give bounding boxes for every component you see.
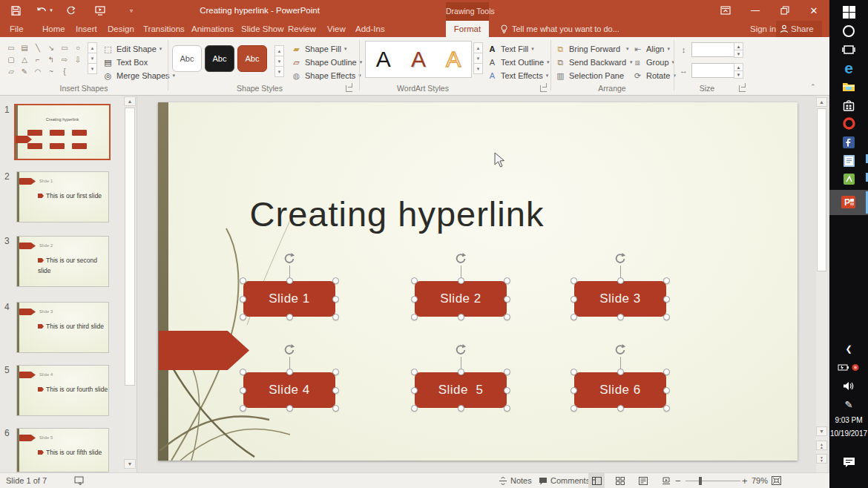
action-center-icon[interactable] <box>829 453 868 472</box>
selection-handle[interactable] <box>240 314 246 320</box>
redo-icon[interactable] <box>64 4 77 17</box>
view-slideshow-button[interactable] <box>662 473 671 488</box>
rotation-handle[interactable] <box>454 343 467 357</box>
shape-slide-5[interactable]: Slide 5 <box>415 372 507 408</box>
slide-thumbnail-5[interactable]: Slide 4 This is our fourth slide <box>16 365 109 416</box>
selection-handle[interactable] <box>286 277 293 284</box>
text-effects-button[interactable]: AText Effects▾ <box>487 70 548 82</box>
panel-scroll-down[interactable]: ▼ <box>124 459 136 469</box>
slide-thumbnail-4[interactable]: Slide 3 This is our third slide <box>16 302 109 353</box>
notes-toggle[interactable]: Notes <box>499 473 532 488</box>
shape-style-tile-3[interactable]: Abc <box>237 45 267 72</box>
selection-handle[interactable] <box>332 296 339 303</box>
zoom-in-button[interactable]: + <box>742 473 748 488</box>
comments-toggle[interactable]: Comments <box>539 473 590 488</box>
green-app-icon[interactable] <box>829 170 868 188</box>
slide-indicator[interactable]: Slide 1 of 7 <box>6 473 47 488</box>
slide-scroll-down[interactable]: ▼ <box>816 426 827 436</box>
zoom-out-button[interactable]: − <box>675 473 681 488</box>
shape-style-tile-2[interactable]: Abc <box>205 45 234 72</box>
tab-transitions[interactable]: Transitions <box>143 21 185 37</box>
minimize-button[interactable]: — <box>744 3 766 18</box>
fit-slide-to-window-button[interactable] <box>772 473 781 488</box>
collapse-ribbon-button[interactable]: ⌃ <box>810 83 816 90</box>
send-backward-button[interactable]: ⧉Send Backward▾ <box>555 56 633 68</box>
wordart-scroll[interactable]: ▲▼▼ <box>473 42 483 73</box>
shape-slide-4[interactable]: Slide 4 <box>243 372 335 408</box>
text-box-button[interactable]: ▤Text Box <box>102 56 148 68</box>
shape-styles-scroll[interactable]: ▲▼▼ <box>274 45 284 76</box>
selection-handle[interactable] <box>332 314 339 320</box>
tab-slide-show[interactable]: Slide Show <box>241 21 284 37</box>
merge-shapes-button[interactable]: ◎Merge Shapes▾ <box>102 70 175 82</box>
task-view-button[interactable] <box>829 40 868 59</box>
edge-icon[interactable]: e <box>829 59 868 77</box>
tab-insert[interactable]: Insert <box>76 21 97 37</box>
previous-slide-button[interactable]: ▲▲ <box>816 441 827 450</box>
restore-button[interactable] <box>774 3 796 18</box>
shape-slide-1[interactable]: Slide 1 <box>243 281 335 317</box>
volume-icon[interactable] <box>829 377 868 395</box>
taskbar-expand-chevron[interactable]: ❮ <box>829 340 868 358</box>
selection-handle[interactable] <box>286 314 293 320</box>
tab-view[interactable]: View <box>327 21 346 37</box>
tab-design[interactable]: Design <box>108 21 134 37</box>
sign-in-link[interactable]: Sign in <box>750 21 776 37</box>
slide-thumbnail-1-selected[interactable]: Creating hyperlink <box>14 104 111 160</box>
slide-thumbnail-2[interactable]: Slide 1 This is our first slide <box>16 171 109 222</box>
selection-handle[interactable] <box>240 277 246 284</box>
file-explorer-icon[interactable] <box>829 77 868 96</box>
tab-home[interactable]: Home <box>42 21 65 37</box>
wordart-dialog-launcher[interactable] <box>540 85 547 92</box>
powerpoint-taskbar-active[interactable]: P <box>829 190 868 215</box>
panel-scroll-up[interactable]: ▲ <box>124 96 136 106</box>
shape-effects-button[interactable]: ◍Shape Effects▾ <box>291 70 361 82</box>
store-icon[interactable] <box>829 96 868 114</box>
zoom-slider-thumb[interactable] <box>699 477 702 485</box>
rotation-handle[interactable] <box>614 343 627 357</box>
slide-scroll-thumb[interactable] <box>817 108 826 271</box>
display-settings-icon[interactable] <box>74 473 84 488</box>
undo-dropdown-arrow[interactable]: ▾ <box>47 4 55 17</box>
panel-scroll-thumb[interactable] <box>125 108 135 386</box>
taskbar-clock-date[interactable]: 10/19/2017 <box>829 429 868 438</box>
shape-outline-button[interactable]: ▱Shape Outline▾ <box>291 56 362 68</box>
shape-height-input[interactable] <box>691 42 734 57</box>
size-dialog-launcher[interactable] <box>739 85 746 92</box>
group-button[interactable]: ⧈Group▾ <box>632 56 674 68</box>
taskbar-clock-time[interactable]: 9:03 PM <box>829 416 868 424</box>
slide-title[interactable]: Creating hyperlink <box>226 194 568 234</box>
slide-scroll-up[interactable]: ▲ <box>816 97 827 107</box>
text-outline-button[interactable]: AText Outline▾ <box>487 56 550 68</box>
shape-slide-6[interactable]: Slide 6 <box>574 372 666 408</box>
view-reading-button[interactable] <box>639 473 648 488</box>
selection-handle[interactable] <box>240 296 246 303</box>
shape-slide-2[interactable]: Slide 2 <box>415 281 507 317</box>
slide-canvas[interactable]: Creating hyperlink Slide 1 Slide 2 Slide… <box>158 102 798 461</box>
selection-pane-button[interactable]: ▥Selection Pane <box>555 70 624 82</box>
tab-review[interactable]: Review <box>288 21 316 37</box>
shape-width-input[interactable] <box>691 63 734 78</box>
battery-icon[interactable] <box>829 358 868 377</box>
tab-add-ins[interactable]: Add-Ins <box>355 21 385 37</box>
selection-handle[interactable] <box>332 277 339 284</box>
tell-me-box[interactable]: Tell me what you want to do... <box>500 21 619 37</box>
shape-styles-dialog-launcher[interactable] <box>346 85 352 92</box>
view-normal-button[interactable] <box>588 473 605 488</box>
tab-file[interactable]: File <box>10 21 24 37</box>
rotation-handle[interactable] <box>614 252 627 266</box>
rotation-handle[interactable] <box>283 343 296 357</box>
document-app-icon[interactable] <box>829 151 868 170</box>
shape-slide-3[interactable]: Slide 3 <box>574 281 666 317</box>
bring-forward-button[interactable]: ⧉Bring Forward▾ <box>555 43 629 55</box>
ribbon-display-options-button[interactable] <box>714 3 737 18</box>
rotation-handle[interactable] <box>283 252 296 266</box>
tab-animations[interactable]: Animations <box>191 21 234 37</box>
align-button[interactable]: ⇤Align▾ <box>632 43 670 55</box>
next-slide-button[interactable]: ▼▼ <box>816 454 827 464</box>
shape-fill-button[interactable]: ▰Shape Fill▾ <box>291 43 346 55</box>
edit-shape-button[interactable]: ⬚Edit Shape▾ <box>102 43 162 55</box>
start-from-beginning-icon[interactable] <box>93 4 107 17</box>
shape-height-spinner[interactable]: ▲▼ <box>734 42 743 57</box>
rotation-handle[interactable] <box>454 252 467 266</box>
